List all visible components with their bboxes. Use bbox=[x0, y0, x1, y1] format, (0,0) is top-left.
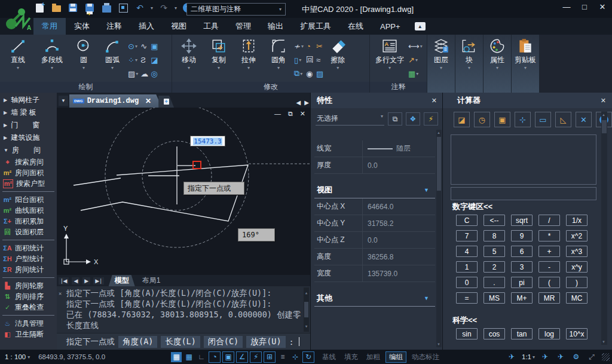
line-button[interactable]: 直线▾ bbox=[2, 37, 33, 71]
gradient-icon[interactable]: ▨ bbox=[316, 67, 323, 80]
key-4[interactable]: 4 bbox=[456, 246, 478, 257]
align-icon[interactable]: 回 bbox=[306, 53, 314, 66]
calculator-scrollbar[interactable]: ▲ ▼ bbox=[601, 112, 607, 345]
key-minus[interactable]: - bbox=[538, 261, 560, 273]
copy-button[interactable]: 复制▾ bbox=[204, 37, 233, 71]
section-other[interactable]: 其他 ▼ bbox=[314, 290, 435, 307]
scroll-down-icon[interactable]: ▼ bbox=[602, 340, 605, 344]
scroll-down-icon[interactable]: ▼ bbox=[437, 342, 440, 346]
break-icon[interactable]: ✂ bbox=[316, 39, 323, 53]
tab-app[interactable]: APP+ bbox=[372, 18, 409, 35]
key-memory-add[interactable]: M+ bbox=[511, 292, 533, 304]
scroll-thumb[interactable] bbox=[304, 302, 308, 317]
grid-display-icon[interactable]: ▦ bbox=[171, 352, 182, 362]
object-snap-icon[interactable]: ▣ bbox=[222, 351, 234, 363]
command-prompt[interactable]: 指定下一点或 角度(A) 长度(L) 闭合(C) 放弃(U) : bbox=[57, 333, 310, 350]
sidebar-item-fixture-manage[interactable]: ♨洁具管理 bbox=[0, 318, 57, 329]
layout-prev-icon[interactable]: ◀ bbox=[72, 277, 79, 285]
properties-scrollbar[interactable]: ▲ ▼ bbox=[436, 130, 442, 347]
tab-home[interactable]: 常用 bbox=[33, 18, 66, 35]
scientific-section-label[interactable]: 科学<< bbox=[452, 315, 477, 326]
dynamic-ucs-icon[interactable]: ↻ bbox=[302, 351, 314, 363]
doc-restore-icon[interactable]: ⧉ bbox=[288, 110, 293, 118]
new-selection-icon[interactable]: ⧉ bbox=[388, 112, 402, 126]
sidebar-item-area-sum[interactable]: Σ+面积累加 bbox=[0, 216, 57, 227]
sidebar-item-balcony-area[interactable]: m²阳台面积 bbox=[0, 194, 57, 205]
layout-next-icon[interactable]: ▶ bbox=[82, 277, 90, 285]
key-power[interactable]: x^y bbox=[566, 261, 587, 273]
scroll-up-icon[interactable]: ▲ bbox=[437, 131, 440, 134]
tab-scroll-left-icon[interactable]: ◀ bbox=[296, 99, 301, 106]
clear-icon[interactable]: ◪ bbox=[454, 112, 470, 127]
intersection-icon[interactable]: ✕ bbox=[576, 112, 592, 127]
erase-button[interactable]: 擦除▾ bbox=[325, 37, 351, 71]
sidebar-item-overlap-check[interactable]: ✓重叠检查 bbox=[0, 302, 57, 313]
key-pi[interactable]: pi bbox=[511, 277, 533, 288]
block-button[interactable]: 块▾ bbox=[455, 35, 484, 93]
snap-mode-icon[interactable]: ▦ bbox=[183, 352, 194, 362]
leader-icon[interactable]: ↗▾ bbox=[408, 53, 423, 66]
panel-draw-label[interactable]: 绘制 bbox=[0, 82, 172, 93]
donut-icon[interactable]: ◎ bbox=[151, 67, 158, 80]
key-3[interactable]: 3 bbox=[511, 261, 533, 273]
save-icon[interactable] bbox=[67, 2, 79, 14]
tab-insert[interactable]: 插入 bbox=[130, 18, 163, 35]
sidebar-item-room-area[interactable]: m²房间面积 bbox=[0, 167, 57, 178]
revcloud-icon[interactable]: ☁ bbox=[140, 67, 148, 80]
fillet-button[interactable]: 圆角▾ bbox=[264, 37, 293, 71]
toggle-baseline[interactable]: 基线 bbox=[319, 352, 339, 362]
settings-gear-icon[interactable]: ⚙ bbox=[571, 352, 582, 362]
workspace-select[interactable]: 二维草图与注释 ▾ bbox=[186, 3, 286, 16]
point-icon[interactable]: ⊙▾ bbox=[128, 39, 138, 53]
key-0[interactable]: 0 bbox=[456, 277, 478, 288]
key-sin[interactable]: sin bbox=[456, 328, 478, 339]
new-icon[interactable] bbox=[33, 2, 45, 14]
match-icon[interactable]: ≈ bbox=[316, 53, 323, 66]
sidebar-item-room-outline[interactable]: ▙房间轮廓 bbox=[0, 280, 57, 291]
sidebar-group-wall-beam[interactable]: ▶墙 梁 板 bbox=[0, 106, 57, 119]
print-icon[interactable] bbox=[100, 2, 112, 14]
autoscale-icon[interactable]: ✈ bbox=[540, 352, 550, 362]
key-log[interactable]: log bbox=[538, 328, 560, 339]
minimize-button[interactable]: — bbox=[562, 2, 571, 11]
tab-solid[interactable]: 实体 bbox=[66, 18, 98, 35]
layer-button[interactable]: 图层▾ bbox=[427, 35, 455, 93]
scale-icon[interactable]: ⧉▾ bbox=[294, 67, 304, 80]
scale-dropdown[interactable]: 1 : 100 ▾ bbox=[5, 353, 30, 360]
property-row-width[interactable]: 宽度 135739.0 bbox=[314, 265, 435, 282]
app-logo-icon[interactable]: A bbox=[4, 2, 32, 32]
property-row-thickness[interactable]: 厚度 0.0 bbox=[314, 157, 435, 174]
selection-dropdown[interactable]: 无选择 ▾ bbox=[316, 112, 384, 126]
spline-cv-icon[interactable]: Ƨ bbox=[140, 53, 148, 66]
key-10x[interactable]: 10^x bbox=[566, 328, 587, 339]
multipoint-icon[interactable]: ⁘▾ bbox=[128, 53, 138, 66]
plot-frame-icon[interactable] bbox=[117, 2, 129, 14]
key-plus[interactable]: + bbox=[538, 246, 560, 257]
tab-tools[interactable]: 工具 bbox=[195, 18, 227, 35]
close-tab-icon[interactable]: ✕ bbox=[145, 97, 151, 105]
sidebar-group-facility[interactable]: ▶建筑设施 bbox=[0, 131, 57, 144]
resize-grip[interactable] bbox=[602, 353, 610, 361]
panel-modify-label[interactable]: 修改 bbox=[172, 82, 369, 93]
toggle-dynamic-dim[interactable]: 动态标注 bbox=[409, 352, 442, 362]
option-angle-button[interactable]: 角度(A) bbox=[118, 336, 157, 348]
new-tab-button[interactable]: + bbox=[158, 96, 174, 108]
section-view[interactable]: 视图 ▼ bbox=[314, 182, 435, 198]
key-9[interactable]: 9 bbox=[511, 230, 533, 241]
key-divide[interactable]: / bbox=[538, 215, 560, 226]
scroll-thumb[interactable] bbox=[437, 137, 441, 191]
numpad-section-label[interactable]: 数字键区<< bbox=[452, 201, 492, 212]
dynamic-input-icon[interactable]: ⚡ bbox=[250, 351, 262, 363]
hatch-icon[interactable]: ▨▾ bbox=[128, 67, 138, 80]
key-equals[interactable]: = bbox=[456, 292, 478, 304]
drawing-tab[interactable]: DWG Drawing1.dwg ✕ bbox=[69, 94, 162, 108]
key-tan[interactable]: tan bbox=[511, 328, 533, 339]
layout-tab-layout1[interactable]: 布局1 bbox=[136, 275, 167, 286]
history-icon[interactable]: ◷ bbox=[474, 112, 490, 127]
property-row-height[interactable]: 高度 36256.8 bbox=[314, 249, 435, 265]
sidebar-group-door-window[interactable]: ▶门 窗 bbox=[0, 119, 57, 131]
annotation-scale-icon[interactable]: ✈ bbox=[555, 352, 566, 362]
explode-icon[interactable]: ◉ bbox=[306, 67, 314, 80]
key-open-paren[interactable]: ( bbox=[538, 277, 560, 288]
key-backspace[interactable]: <-- bbox=[484, 215, 505, 226]
